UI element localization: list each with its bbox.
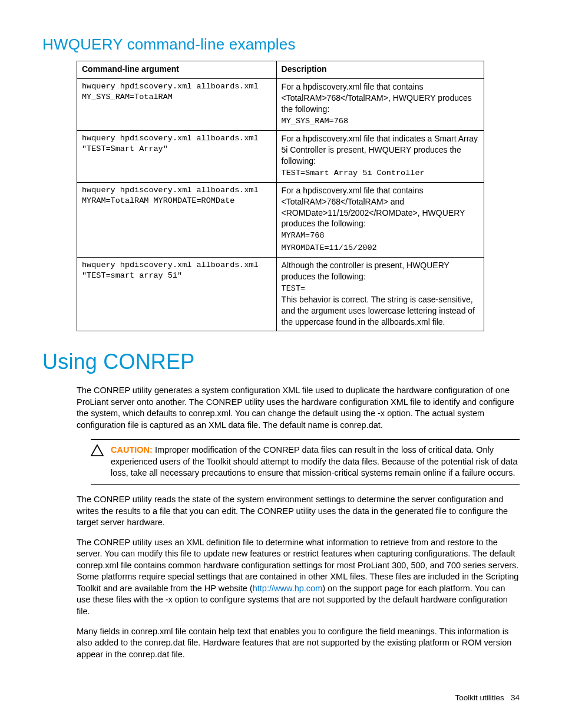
footer-page-number: 34 [511, 693, 520, 699]
conrep-paragraph-3: The CONREP utility uses an XML definitio… [77, 537, 520, 618]
command-argument-cell: hwquery hpdiscovery.xml allboards.xml MY… [77, 78, 277, 130]
caution-callout: CAUTION: Improper modification of the CO… [91, 439, 520, 485]
hp-website-link[interactable]: http://www.hp.com [253, 584, 322, 593]
conrep-paragraph-2: The CONREP utility reads the state of th… [77, 494, 520, 529]
description-cell: For a hpdiscovery.xml file that contains… [276, 78, 484, 130]
table-row: hwquery hpdiscovery.xml allboards.xml "T… [77, 257, 484, 331]
command-argument-cell: hwquery hpdiscovery.xml allboards.xml "T… [77, 130, 277, 182]
caution-body: Improper modification of the CONREP data… [111, 445, 518, 477]
svg-marker-0 [91, 445, 103, 456]
hwquery-examples-table: Command-line argument Description hwquer… [77, 61, 484, 331]
caution-label: CAUTION: [111, 445, 153, 454]
page-footer: Toolkit utilities 34 [455, 693, 520, 699]
description-cell: For a hpdiscovery.xml file that indicate… [276, 130, 484, 182]
table-header-description: Description [276, 61, 484, 79]
caution-icon [91, 444, 111, 479]
section-heading-hwquery: HWQUERY command-line examples [42, 34, 520, 55]
command-argument-cell: hwquery hpdiscovery.xml allboards.xml MY… [77, 182, 277, 257]
section-heading-conrep: Using CONREP [42, 348, 520, 377]
command-argument-cell: hwquery hpdiscovery.xml allboards.xml "T… [77, 257, 277, 331]
footer-section-name: Toolkit utilities [455, 693, 504, 699]
table-row: hwquery hpdiscovery.xml allboards.xml "T… [77, 130, 484, 182]
conrep-intro-paragraph: The CONREP utility generates a system co… [77, 385, 520, 431]
conrep-paragraph-4: Many fields in conrep.xml file contain h… [77, 626, 520, 661]
table-header-argument: Command-line argument [77, 61, 277, 79]
description-cell: For a hpdiscovery.xml file that contains… [276, 182, 484, 257]
description-cell: Although the controller is present, HWQU… [276, 257, 484, 331]
table-row: hwquery hpdiscovery.xml allboards.xml MY… [77, 78, 484, 130]
table-row: hwquery hpdiscovery.xml allboards.xml MY… [77, 182, 484, 257]
